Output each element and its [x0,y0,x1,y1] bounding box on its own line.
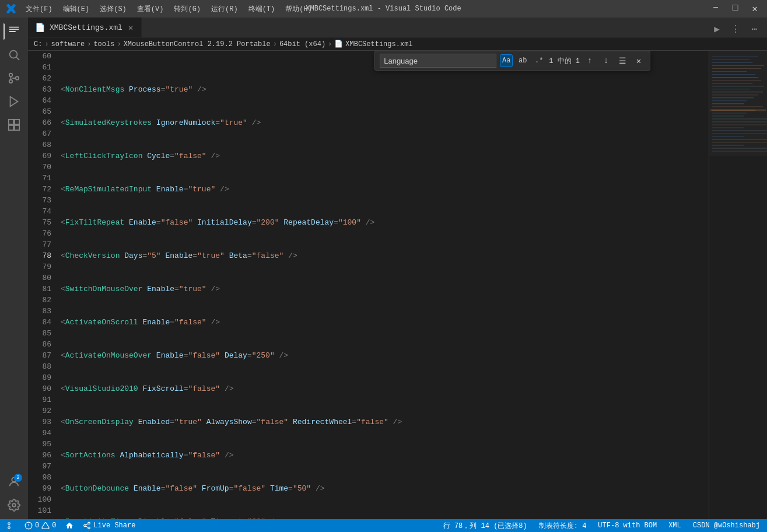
minimize-button[interactable]: − [709,2,722,16]
line-number-60: 60 [28,51,51,62]
line-number-68: 68 [28,139,51,150]
line-number-80: 80 [28,272,51,284]
code-line-62[interactable]: <LeftClickTrayIcon Cycle="false" /> [61,150,709,162]
menu-goto[interactable]: 转到(G) [169,3,205,15]
live-share-status[interactable]: Live Share [80,519,138,532]
code-line-72[interactable]: <ButtonDebounce Enable="false" FromUp="f… [61,483,709,494]
find-close-button[interactable]: ✕ [632,54,645,67]
breadcrumb-filename[interactable]: XMBCSettings.xml [345,40,412,48]
svg-rect-14 [712,60,750,60]
find-next-button[interactable]: ↓ [600,54,612,67]
find-widget[interactable]: Aa ab .* 1 中的 1 ↑ ↓ ☰ ✕ [374,51,650,71]
feedback-status[interactable]: CSDN @wOshishabj [691,519,762,532]
minimap[interactable] [709,51,767,519]
activity-settings[interactable] [3,495,24,516]
find-prev-button[interactable]: ↑ [583,54,596,67]
code-line-63[interactable]: <ReMapSimulatedInput Enable="true" /> [61,184,709,195]
code-editor[interactable]: <NonClientMsgs Process="true" /> <Simula… [56,51,709,519]
svg-rect-21 [712,80,761,80]
menu-file[interactable]: 文件(F) [21,3,57,15]
code-line-60[interactable]: <NonClientMsgs Process="true" /> [61,84,709,95]
more-actions-button[interactable]: ⋯ [746,21,762,37]
code-line-61[interactable]: <SimulatedKeystrokes IgnoreNumlock="true… [61,117,709,128]
code-line-70[interactable]: <OnScreenDisplay Enabled="true" AlwaysSh… [61,416,709,428]
code-line-73[interactable]: <InactivityTimer Disable="false" Timeout… [61,516,709,519]
svg-rect-20 [712,77,758,78]
svg-rect-32 [712,110,755,110]
menu-run[interactable]: 运行(R) [206,3,243,15]
use-regex-button[interactable]: .* [533,54,545,67]
tab-actions: ▶ ⋮ ⋯ [709,21,767,37]
activity-run-debug[interactable] [3,91,24,112]
svg-rect-33 [712,113,747,113]
close-button[interactable]: ✕ [748,2,761,16]
code-content[interactable]: <NonClientMsgs Process="true" /> <Simula… [56,51,709,519]
svg-rect-17 [712,68,761,69]
git-branch-icon [7,522,15,530]
code-line-69[interactable]: <VisualStudio2010 FixScroll="false" /> [61,383,709,394]
maximize-button[interactable]: □ [729,2,742,16]
svg-point-2 [9,74,13,77]
match-word-button[interactable]: ab [516,54,529,67]
source-control-status[interactable] [5,519,17,532]
encoding-status[interactable]: UTF-8 with BOM [596,519,659,532]
menu-terminal[interactable]: 终端(T) [244,3,280,15]
svg-point-53 [84,524,86,527]
menu-view[interactable]: 查看(V) [132,3,169,15]
line-number-94: 94 [28,428,51,439]
code-line-67[interactable]: <ActivateOnScroll Enable="false" /> [61,317,709,328]
svg-line-56 [86,524,88,525]
breadcrumb-xmbc[interactable]: XMouseButtonControl 2.19.2 Portable [124,40,271,48]
split-editor-button[interactable]: ⋮ [727,21,744,37]
editor-content[interactable]: Aa ab .* 1 中的 1 ↑ ↓ ☰ ✕ 60 61 62 63 64 6… [28,51,767,519]
svg-rect-28 [712,100,747,101]
breadcrumb-64bit[interactable]: 64bit (x64) [279,40,325,48]
find-input[interactable] [380,54,496,68]
cursor-position-status[interactable]: 行 78，列 14 (已选择8) [441,519,530,532]
menu-select[interactable]: 选择(S) [95,3,131,15]
svg-rect-19 [712,74,755,75]
line-number-69: 69 [28,150,51,162]
feedback-text: CSDN @wOshishabj [693,522,760,530]
tab-close-button[interactable]: ✕ [127,22,134,33]
activity-source-control[interactable] [3,68,24,89]
warning-icon [41,522,50,530]
line-number-85: 85 [28,328,51,339]
tab-xmbcsettings[interactable]: 📄 XMBCSettings.xml ✕ [28,18,142,37]
line-number-82: 82 [28,295,51,306]
activity-explorer[interactable] [3,21,24,42]
code-line-68[interactable]: <ActivateOnMouseOver Enable="false" Dela… [61,350,709,361]
activity-extensions[interactable] [3,114,24,135]
status-bar-right: 行 78，列 14 (已选择8) 制表符长度: 4 UTF-8 with BOM… [441,519,762,532]
line-number-100: 100 [28,494,51,505]
activity-accounts[interactable]: 2 [3,471,24,492]
code-line-71[interactable]: <SortActions Alphabetically="false" /> [61,450,709,461]
line-number-84: 84 [28,317,51,328]
home-icon [65,522,73,530]
code-line-64[interactable]: <FixTiltRepeat Enable="false" InitialDel… [61,217,709,228]
menu-edit[interactable]: 编辑(E) [58,3,94,15]
home-status[interactable] [63,519,76,532]
line-number-77: 77 [28,239,51,250]
line-number-75: 75 [28,217,51,228]
activity-search[interactable] [3,44,24,65]
svg-rect-36 [712,121,767,122]
svg-rect-7 [15,120,19,124]
breadcrumb-software[interactable]: software [51,40,85,48]
code-line-66[interactable]: <SwitchOnMouseOver Enable="true" /> [61,284,709,295]
errors-warnings-status[interactable]: 0 0 [22,519,58,532]
breadcrumb: C: › software › tools › XMouseButtonCont… [28,38,767,51]
find-list-button[interactable]: ☰ [616,54,629,67]
code-line-65[interactable]: <CheckVersion Days="5" Enable="true" Bet… [61,250,709,261]
svg-point-48 [8,527,10,529]
run-preview-button[interactable]: ▶ [709,21,725,37]
language-status[interactable]: XML [666,519,684,532]
match-case-button[interactable]: Aa [500,54,513,67]
warning-count: 0 [52,522,56,530]
line-number-65: 65 [28,106,51,117]
tab-size-status[interactable]: 制表符长度: 4 [537,519,589,532]
breadcrumb-tools[interactable]: tools [93,40,114,48]
breadcrumb-c[interactable]: C: [34,40,42,48]
title-bar: 文件(F) 编辑(E) 选择(S) 查看(V) 转到(G) 运行(R) 终端(T… [0,0,767,18]
svg-rect-18 [712,71,747,72]
